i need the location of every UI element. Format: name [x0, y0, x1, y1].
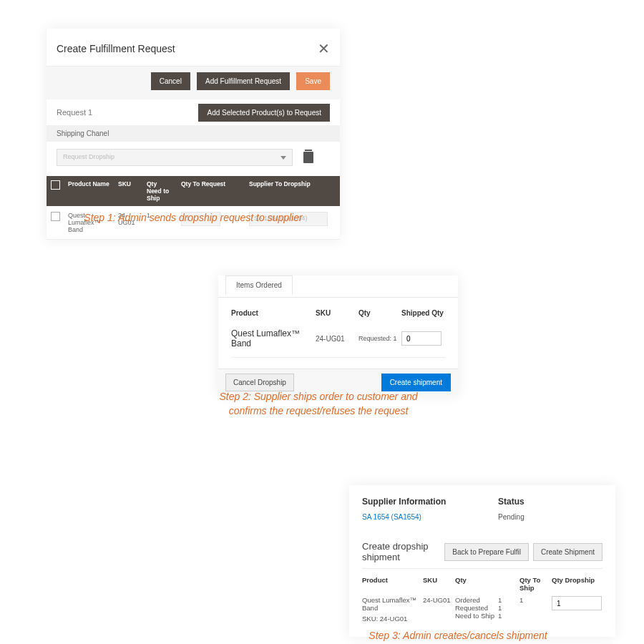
close-icon[interactable]: ✕: [318, 40, 330, 57]
shipping-channel-body: Request Dropship: [47, 142, 340, 176]
create-shipment-button[interactable]: Create Shipment: [533, 543, 602, 561]
status-value: Pending: [498, 513, 525, 521]
table-row: Quest Lumaflex™ Band 24-UG01 Requested: …: [231, 321, 445, 358]
th-supplier: Supplier To Dropship: [245, 176, 340, 206]
cancel-dropship-button[interactable]: Cancel Dropship: [225, 374, 294, 391]
th-product: Product Name: [64, 176, 114, 206]
cell-product-name: Quest Lumaflex™ Band: [231, 328, 316, 348]
cancel-button[interactable]: Cancel: [151, 72, 190, 90]
cell-product-name: Quest Lumaflex™ Band: [362, 596, 423, 612]
supplier-link[interactable]: SA 1654 (SA1654): [362, 513, 421, 521]
modal-toolbar: Cancel Add Fulfillment Request Save: [47, 67, 340, 99]
cell-qty: Requested: 1: [358, 335, 401, 342]
shipment-table-header: Product SKU Qty Qty To Ship Qty Dropship: [362, 569, 602, 596]
shipping-channel-label: Shipping Chanel: [47, 125, 340, 142]
step1-caption: Step 1: Admin sends dropship request to …: [0, 212, 515, 223]
cell-sku: 24-UG01: [316, 335, 358, 343]
step2-caption-line2: confirms the request/refuses the request: [0, 405, 640, 416]
items-table-header: Product SKU Qty Shipped Qty: [231, 309, 445, 317]
request-number-label: Request 1: [57, 108, 92, 117]
table-row: Quest Lumaflex™ Band SKU: 24-UG01 24-UG0…: [362, 596, 602, 623]
modal-header: Create Fulfillment Request ✕: [47, 29, 340, 67]
create-shipment-bar: Create dropship shipment Back to Prepare…: [362, 541, 602, 569]
save-button[interactable]: Save: [296, 72, 330, 90]
request-header: Request 1 Add Selected Product(s) to Req…: [47, 99, 340, 125]
supplier-info-heading: Supplier Information: [362, 497, 498, 507]
th-qty: Qty: [455, 576, 519, 592]
cell-qty-breakdown: Ordered1 Requested1 Need to Ship1: [455, 596, 519, 623]
create-shipment-title: Create dropship shipment: [362, 541, 444, 562]
add-selected-products-button[interactable]: Add Selected Product(s) to Request: [198, 104, 330, 122]
th-product: Product: [231, 309, 316, 317]
cell-sku-text: SKU: 24-UG01: [362, 615, 423, 623]
qty-label-ordered: Ordered: [455, 596, 498, 604]
th-sku: SKU: [114, 176, 142, 206]
panel-step1: Create Fulfillment Request ✕ Cancel Add …: [47, 29, 340, 240]
qty-label-need-ship: Need to Ship: [455, 612, 498, 620]
panel-step2: Items Ordered Product SKU Qty Shipped Qt…: [218, 275, 458, 395]
th-qty-need: Qty Need to Ship: [142, 176, 177, 206]
th-qty-dropship: Qty Dropship: [552, 576, 602, 592]
th-sku: SKU: [316, 309, 358, 317]
step2-caption-line1: Step 2: Supplier ships order to customer…: [0, 391, 640, 402]
step3-caption: Step 3: Admin creates/cancels shipment: [136, 630, 644, 641]
shipping-channel-select[interactable]: Request Dropship: [57, 149, 293, 166]
add-fulfillment-request-button[interactable]: Add Fulfillment Request: [197, 72, 290, 90]
delete-icon[interactable]: [303, 152, 313, 163]
qty-label-requested: Requested: [455, 604, 498, 612]
cell-sku: 24-UG01: [423, 596, 455, 623]
products-table-header: Product Name SKU Qty Need to Ship Qty To…: [47, 176, 340, 206]
back-button[interactable]: Back to Prepare Fulfil: [444, 543, 529, 561]
th-qty: Qty: [358, 309, 401, 317]
qty-value-requested: 1: [498, 604, 512, 612]
qty-value-need-ship: 1: [498, 612, 512, 620]
tab-items-ordered[interactable]: Items Ordered: [225, 275, 293, 295]
select-all-checkbox[interactable]: [51, 180, 60, 190]
status-heading: Status: [498, 497, 602, 507]
th-qty-to-ship: Qty To Ship: [519, 576, 552, 592]
th-product: Product: [362, 576, 423, 592]
qty-value-ordered: 1: [498, 596, 512, 604]
modal-title: Create Fulfillment Request: [57, 43, 175, 54]
th-qty-request: Qty To Request: [177, 176, 245, 206]
qty-dropship-input[interactable]: [552, 596, 602, 610]
shipped-qty-input[interactable]: [401, 331, 441, 346]
cell-qty-to-ship: 1: [519, 596, 552, 623]
panel-step3: Supplier Information SA 1654 (SA1654) St…: [349, 485, 615, 637]
th-sku: SKU: [423, 576, 455, 592]
create-shipment-button[interactable]: Create shipment: [381, 374, 451, 391]
th-shipped-qty: Shipped Qty: [401, 309, 445, 317]
tabbar: Items Ordered: [218, 275, 458, 298]
info-row: Supplier Information SA 1654 (SA1654) St…: [362, 497, 602, 521]
